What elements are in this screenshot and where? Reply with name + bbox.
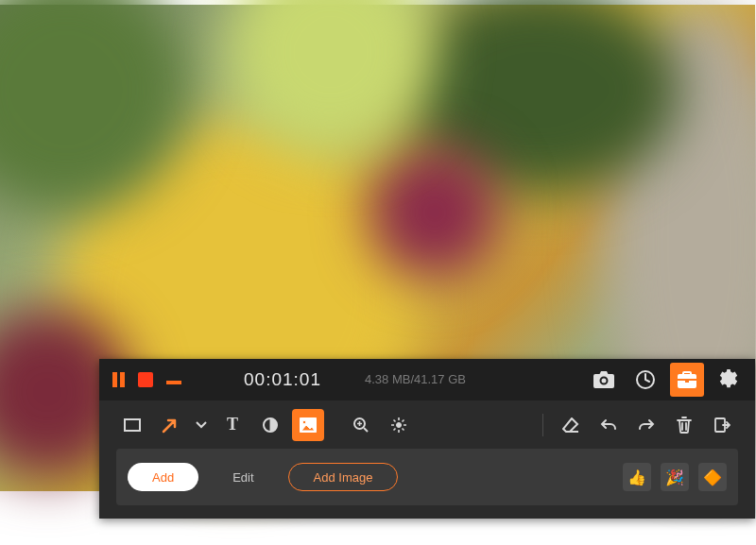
export-icon xyxy=(713,417,730,434)
svg-rect-1 xyxy=(125,419,140,431)
briefcase-icon xyxy=(678,371,696,388)
rectangle-tool[interactable] xyxy=(116,409,148,441)
edit-tab[interactable]: Edit xyxy=(208,463,278,491)
record-controls xyxy=(112,372,181,387)
contrast-icon xyxy=(262,417,279,434)
delete-button[interactable] xyxy=(668,409,700,441)
stop-button[interactable] xyxy=(138,372,153,387)
zoom-tool[interactable] xyxy=(345,409,377,441)
add-image-button[interactable]: Add Image xyxy=(288,463,399,491)
zoom-icon xyxy=(352,417,369,434)
erase-tool[interactable] xyxy=(555,409,587,441)
focus-tool[interactable] xyxy=(383,409,415,441)
minimize-button[interactable] xyxy=(166,381,181,384)
redo-button[interactable] xyxy=(630,409,662,441)
pause-button[interactable] xyxy=(112,372,125,387)
chevron-down-icon xyxy=(196,421,207,429)
trash-icon xyxy=(677,417,692,434)
recording-timer: 00:01:01 xyxy=(244,369,321,390)
text-tool[interactable]: T xyxy=(216,409,249,441)
redo-icon xyxy=(638,418,655,432)
rectangle-icon xyxy=(124,418,141,432)
settings-button[interactable] xyxy=(712,363,746,397)
undo-icon xyxy=(600,418,617,432)
camera-icon xyxy=(593,371,614,388)
arrow-tool[interactable] xyxy=(154,409,186,441)
gear-icon xyxy=(718,369,739,390)
export-button[interactable] xyxy=(706,409,738,441)
focus-icon xyxy=(390,417,407,434)
recorder-topbar: 00:01:01 4.38 MB/41.17 GB xyxy=(99,359,755,400)
svg-point-6 xyxy=(397,422,402,427)
undo-button[interactable] xyxy=(593,409,625,441)
sticker-shape-button[interactable]: 🔶 xyxy=(698,463,727,491)
clock-icon xyxy=(635,369,656,390)
annotation-toolbar: T xyxy=(99,400,755,450)
arrow-icon xyxy=(162,417,179,434)
toolbox-button[interactable] xyxy=(670,363,704,397)
file-size-status: 4.38 MB/41.17 GB xyxy=(365,372,466,386)
recorder-panel: 00:01:01 4.38 MB/41.17 GB xyxy=(99,359,755,519)
contrast-tool[interactable] xyxy=(254,409,286,441)
eraser-icon xyxy=(562,417,579,433)
toolbar-separator xyxy=(542,414,543,436)
screenshot-button[interactable] xyxy=(587,363,621,397)
schedule-button[interactable] xyxy=(628,363,662,397)
image-tool[interactable] xyxy=(292,409,324,441)
action-bar: Add Edit Add Image 👍 🎉 🔶 xyxy=(116,449,738,505)
tool-dropdown[interactable] xyxy=(192,409,211,441)
svg-point-4 xyxy=(302,420,306,424)
workspace-background: 00:01:01 4.38 MB/41.17 GB xyxy=(0,5,755,491)
add-tab[interactable]: Add xyxy=(128,463,198,491)
sticker-thumbs-button[interactable]: 👍 xyxy=(623,463,651,491)
image-icon xyxy=(300,417,317,433)
sticker-confetti-button[interactable]: 🎉 xyxy=(661,463,689,491)
bg-decor xyxy=(369,146,501,279)
text-icon: T xyxy=(227,415,238,434)
